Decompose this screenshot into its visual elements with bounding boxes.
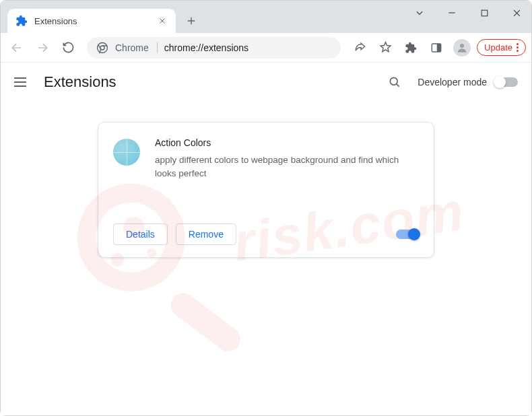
svg-point-1 bbox=[98, 42, 108, 53]
omnibox[interactable]: Chrome chrome://extensions bbox=[87, 37, 341, 59]
developer-mode-toggle[interactable] bbox=[495, 77, 518, 87]
url-path: extensions bbox=[203, 42, 248, 53]
toolbar: Chrome chrome://extensions bbox=[1, 33, 531, 63]
share-icon[interactable] bbox=[349, 37, 370, 59]
close-window-button[interactable] bbox=[507, 3, 526, 22]
reload-button[interactable] bbox=[57, 37, 79, 59]
browser-window: Extensions bbox=[0, 0, 532, 416]
side-panel-icon[interactable] bbox=[426, 37, 447, 59]
omni-chip: Chrome bbox=[115, 42, 158, 53]
svg-point-5 bbox=[460, 44, 464, 48]
toolbar-right: Update bbox=[349, 37, 526, 59]
chrome-logo-icon bbox=[96, 42, 108, 54]
search-icon[interactable] bbox=[384, 71, 405, 93]
minimize-button[interactable] bbox=[442, 3, 461, 22]
svg-rect-4 bbox=[437, 44, 441, 52]
details-button[interactable]: Details bbox=[113, 223, 168, 245]
extension-description: apply different colors to webpage backgr… bbox=[155, 153, 419, 180]
menu-icon[interactable] bbox=[14, 74, 30, 90]
extension-card: Action Colors apply different colors to … bbox=[98, 122, 434, 258]
svg-rect-0 bbox=[481, 10, 488, 16]
caret-down-icon[interactable] bbox=[410, 3, 429, 22]
omni-chip-label: Chrome bbox=[115, 42, 149, 53]
svg-point-6 bbox=[391, 77, 398, 85]
profile-avatar[interactable] bbox=[451, 37, 473, 59]
update-label: Update bbox=[484, 42, 512, 53]
browser-tab[interactable]: Extensions bbox=[7, 9, 176, 33]
forward-button[interactable] bbox=[32, 37, 53, 59]
window-controls bbox=[410, 3, 526, 22]
content: risk.com Extensions Developer mode bbox=[1, 63, 531, 415]
extensions-header: Extensions Developer mode bbox=[1, 63, 531, 102]
developer-mode-label: Developer mode bbox=[418, 77, 487, 88]
titlebar: Extensions bbox=[1, 1, 531, 33]
extensions-list: Action Colors apply different colors to … bbox=[1, 102, 531, 278]
tab-title: Extensions bbox=[34, 16, 157, 26]
omni-url: chrome://extensions bbox=[164, 42, 248, 53]
developer-mode: Developer mode bbox=[418, 77, 518, 88]
puzzle-icon bbox=[15, 15, 28, 27]
extension-enable-toggle[interactable] bbox=[396, 230, 419, 239]
close-tab-icon[interactable] bbox=[157, 15, 168, 26]
avatar-icon bbox=[453, 39, 471, 57]
back-button[interactable] bbox=[6, 37, 28, 59]
new-tab-button[interactable] bbox=[181, 11, 201, 31]
remove-button[interactable]: Remove bbox=[176, 223, 236, 245]
menu-dots-icon bbox=[517, 43, 519, 52]
url-prefix: chrome:// bbox=[164, 42, 203, 53]
extensions-icon[interactable] bbox=[400, 37, 422, 59]
maximize-button[interactable] bbox=[475, 3, 494, 22]
update-button[interactable]: Update bbox=[477, 39, 526, 56]
bookmark-icon[interactable] bbox=[374, 37, 396, 59]
extension-app-icon bbox=[113, 139, 140, 166]
extension-name: Action Colors bbox=[155, 137, 419, 148]
page-title: Extensions bbox=[44, 73, 370, 91]
